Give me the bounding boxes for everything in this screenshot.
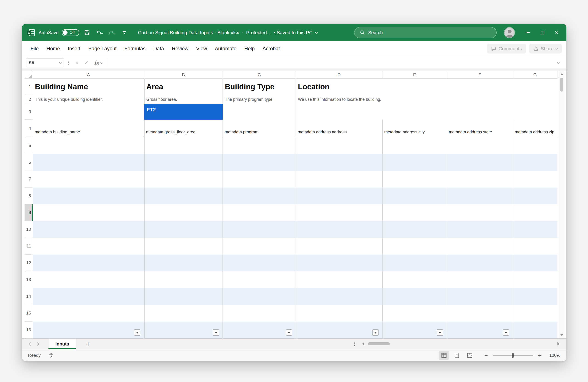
row-header-8[interactable]: 8 bbox=[24, 188, 33, 204]
saved-location-label[interactable]: • Saved to this PC bbox=[273, 30, 313, 35]
dropdown-program[interactable] bbox=[286, 329, 292, 336]
section-title-building-type[interactable]: Building Type bbox=[223, 79, 296, 95]
menu-insert[interactable]: Insert bbox=[64, 43, 84, 54]
zoom-level[interactable]: 100% bbox=[544, 353, 560, 358]
formula-input[interactable] bbox=[107, 58, 556, 67]
zoom-out-button[interactable]: − bbox=[482, 352, 490, 358]
dropdown-address[interactable] bbox=[372, 329, 378, 336]
menu-help[interactable]: Help bbox=[240, 43, 259, 54]
excel-app-icon[interactable]: X bbox=[27, 29, 35, 37]
formula-bar-expand-chevron[interactable] bbox=[557, 60, 560, 64]
zoom-slider-knob[interactable] bbox=[512, 353, 514, 358]
row-header-3[interactable]: 3 bbox=[24, 104, 33, 120]
undo-button[interactable] bbox=[95, 28, 104, 37]
dropdown-state[interactable] bbox=[503, 329, 509, 336]
section-desc-location[interactable]: We use this information to locate the bu… bbox=[296, 95, 503, 104]
row-header-6[interactable]: 6 bbox=[24, 154, 33, 171]
horizontal-scrollbar[interactable] bbox=[362, 341, 560, 346]
view-page-break-button[interactable] bbox=[464, 351, 475, 360]
view-normal-button[interactable] bbox=[439, 351, 449, 360]
insert-function-icon[interactable]: fx bbox=[94, 60, 99, 66]
field-cell-city[interactable]: metadata.address.city bbox=[382, 120, 447, 137]
vertical-scroll-thumb[interactable] bbox=[560, 78, 564, 92]
row-header-2[interactable]: 2 bbox=[24, 95, 33, 104]
scroll-left-arrow[interactable] bbox=[362, 342, 364, 345]
dropdown-building-name[interactable] bbox=[134, 329, 140, 336]
quick-access-toolbar-icon[interactable] bbox=[120, 28, 129, 37]
menu-automate[interactable]: Automate bbox=[211, 43, 240, 54]
accessibility-checker-icon[interactable] bbox=[48, 353, 54, 358]
view-page-layout-button[interactable] bbox=[452, 351, 462, 360]
column-header-c[interactable]: C bbox=[223, 71, 296, 79]
row-header-5[interactable]: 5 bbox=[24, 137, 33, 154]
row-header-13[interactable]: 13 bbox=[24, 271, 33, 288]
field-cell-zip[interactable]: metadata.address.zip bbox=[513, 120, 557, 137]
field-cell-state[interactable]: metadata.address.state bbox=[447, 120, 513, 137]
section-title-location[interactable]: Location bbox=[296, 79, 503, 95]
menu-formulas[interactable]: Formulas bbox=[121, 43, 149, 54]
enter-icon[interactable]: ✓ bbox=[84, 60, 89, 65]
tab-scroll-right-chevron[interactable] bbox=[36, 342, 40, 346]
section-desc-area[interactable]: Gross floor area. bbox=[144, 95, 223, 104]
column-header-e[interactable]: E bbox=[382, 71, 447, 79]
dropdown-city[interactable] bbox=[437, 329, 443, 336]
scroll-right-arrow[interactable] bbox=[557, 342, 560, 345]
row-header-12[interactable]: 12 bbox=[24, 255, 33, 271]
field-cell-building-name[interactable]: metadata.building_name bbox=[33, 120, 144, 137]
menu-view[interactable]: View bbox=[192, 43, 211, 54]
sheet-tab-inputs[interactable]: Inputs bbox=[48, 339, 76, 349]
menu-home[interactable]: Home bbox=[42, 43, 64, 54]
formula-bar-options-icon[interactable] bbox=[68, 62, 69, 63]
maximize-button[interactable] bbox=[536, 27, 549, 39]
tab-bar-options-icon[interactable] bbox=[354, 343, 355, 344]
row-header-16[interactable]: 16 bbox=[24, 322, 33, 338]
area-unit-cell[interactable]: FT2 bbox=[144, 104, 223, 120]
row-header-7[interactable]: 7 bbox=[24, 171, 33, 188]
cell-grid[interactable]: Building Name Area Building Type Locatio… bbox=[33, 79, 557, 338]
share-button[interactable]: Share bbox=[529, 44, 562, 54]
section-desc-building-type[interactable]: The primary program type. bbox=[223, 95, 296, 104]
menu-data[interactable]: Data bbox=[149, 43, 168, 54]
dropdown-gross-floor-area[interactable] bbox=[213, 329, 219, 336]
field-cell-address[interactable]: metadata.address.address bbox=[296, 120, 382, 137]
autosave-toggle[interactable]: Off bbox=[62, 29, 79, 36]
field-cell-program[interactable]: metadata.program bbox=[223, 120, 296, 137]
add-sheet-button[interactable]: + bbox=[84, 341, 92, 347]
row-header-14[interactable]: 14 bbox=[24, 288, 33, 305]
field-cell-gross-floor-area[interactable]: metadata.gross_floor_area bbox=[144, 120, 223, 137]
comments-button[interactable]: Comments bbox=[487, 44, 526, 54]
menu-acrobat[interactable]: Acrobat bbox=[259, 43, 284, 54]
row-header-4[interactable]: 4 bbox=[24, 120, 33, 137]
column-header-b[interactable]: B bbox=[144, 71, 223, 79]
zoom-in-button[interactable]: + bbox=[536, 352, 544, 358]
horizontal-scroll-thumb[interactable] bbox=[368, 342, 390, 345]
scroll-down-arrow[interactable] bbox=[560, 334, 564, 336]
menu-file[interactable]: File bbox=[27, 43, 42, 54]
saved-dropdown-chevron[interactable] bbox=[315, 31, 318, 34]
tab-scroll-left-chevron[interactable] bbox=[29, 342, 33, 346]
search-box[interactable]: Search bbox=[354, 27, 497, 38]
account-avatar[interactable] bbox=[504, 27, 515, 38]
zoom-slider[interactable] bbox=[493, 355, 533, 356]
column-header-a[interactable]: A bbox=[33, 71, 144, 79]
column-header-f[interactable]: F bbox=[447, 71, 513, 79]
minimize-button[interactable] bbox=[522, 27, 535, 39]
cancel-icon[interactable]: × bbox=[75, 60, 79, 65]
section-title-area[interactable]: Area bbox=[144, 79, 223, 95]
vertical-scrollbar[interactable] bbox=[559, 71, 564, 338]
row-header-10[interactable]: 10 bbox=[24, 221, 33, 238]
menu-review[interactable]: Review bbox=[168, 43, 192, 54]
row-header-11[interactable]: 11 bbox=[24, 238, 33, 255]
name-box[interactable]: K9 bbox=[26, 58, 64, 67]
save-icon[interactable] bbox=[83, 28, 92, 37]
row-header-1[interactable]: 1 bbox=[24, 79, 33, 95]
column-header-d[interactable]: D bbox=[296, 71, 382, 79]
section-desc-building-name[interactable]: This is your unique building identifier. bbox=[33, 95, 144, 104]
menu-page-layout[interactable]: Page Layout bbox=[84, 43, 121, 54]
section-title-building-name[interactable]: Building Name bbox=[33, 79, 144, 95]
select-all-corner[interactable] bbox=[24, 71, 33, 79]
column-header-g[interactable]: G bbox=[513, 71, 557, 79]
close-button[interactable] bbox=[550, 27, 563, 39]
protected-label[interactable]: Protected... bbox=[246, 30, 271, 35]
scroll-up-arrow[interactable] bbox=[560, 73, 564, 75]
